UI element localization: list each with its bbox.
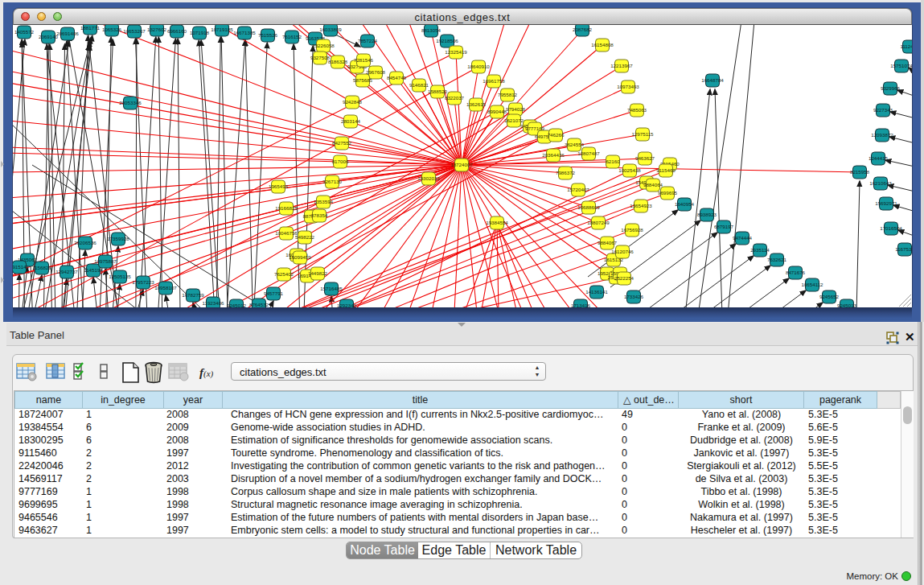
svg-text:9242848: 9242848 [343,99,363,105]
svg-text:8990448: 8990448 [487,109,507,114]
svg-text:9794028: 9794028 [506,106,526,112]
svg-text:10025438: 10025438 [618,167,641,173]
svg-text:1965493: 1965493 [269,183,289,189]
svg-text:12093872: 12093872 [871,132,893,138]
svg-text:9474444: 9474444 [733,235,753,241]
svg-text:(x): (x) [203,369,214,379]
svg-text:16099459: 16099459 [289,254,311,260]
svg-text:12325419: 12325419 [445,49,467,55]
svg-text:10654112: 10654112 [801,282,823,287]
svg-text:19384554: 19384554 [486,220,508,225]
svg-text:16033809: 16033809 [319,27,342,32]
svg-text:8454749: 8454749 [387,75,407,80]
svg-text:8813054: 8813054 [421,27,441,33]
svg-text:7955812: 7955812 [498,92,518,97]
svg-text:2935114: 2935114 [750,247,770,253]
svg-text:746266: 746266 [548,132,565,138]
svg-text:9884064: 9884064 [643,182,663,187]
svg-text:7485063: 7485063 [627,107,647,113]
svg-text:17359928: 17359928 [107,236,129,241]
svg-text:1881771: 1881771 [80,25,101,31]
svg-text:7986372: 7986372 [556,170,576,175]
svg-text:1167534: 1167534 [895,246,912,252]
svg-text:23226058: 23226058 [312,43,335,48]
svg-text:20053346: 20053346 [119,100,142,105]
svg-text:15716485: 15716485 [320,286,343,291]
svg-text:17016504: 17016504 [880,225,902,231]
svg-text:11923406: 11923406 [202,300,224,306]
svg-text:1145194: 1145194 [84,267,103,273]
svg-text:16120746: 16120746 [611,249,634,254]
svg-text:2069140: 2069140 [39,34,59,39]
svg-text:19166825: 19166825 [275,205,298,211]
svg-text:8427552: 8427552 [332,140,352,146]
svg-text:878354: 878354 [311,212,328,218]
svg-text:1156829: 1156829 [32,265,51,270]
svg-text:7857224: 7857224 [358,38,378,43]
svg-text:17957223: 17957223 [132,279,154,285]
svg-text:16210643: 16210643 [869,180,892,186]
svg-text:8322037: 8322037 [445,95,465,101]
svg-text:2087682: 2087682 [573,27,593,32]
svg-text:5498222: 5498222 [295,234,315,240]
svg-text:15751074: 15751074 [890,63,912,68]
svg-text:9227343: 9227343 [873,107,893,113]
svg-text:20206536: 20206536 [74,240,97,245]
svg-text:9463627: 9463627 [635,155,655,161]
svg-text:1588520: 1588520 [428,89,448,94]
svg-text:1065326: 1065326 [102,27,122,32]
svg-text:8186328: 8186328 [328,59,348,64]
svg-text:8938923: 8938923 [697,212,717,217]
svg-text:9327508: 9327508 [310,55,331,60]
svg-text:9457791: 9457791 [264,290,284,296]
svg-text:16756928: 16756928 [621,227,643,233]
svg-text:2967608: 2967608 [366,69,386,75]
svg-text:10688609: 10688609 [577,204,600,210]
svg-text:9245013: 9245013 [837,303,857,307]
svg-text:3267130: 3267130 [322,179,343,184]
svg-text:9245652: 9245652 [819,294,840,299]
svg-text:16648784: 16648784 [701,77,724,83]
svg-text:1244415: 1244415 [869,155,889,161]
svg-text:10719185: 10719185 [211,27,233,32]
svg-text:16671385: 16671385 [233,30,256,35]
svg-text:12975115: 12975115 [631,131,654,137]
svg-text:14136141: 14136141 [585,289,608,295]
svg-text:16961758: 16961758 [483,78,505,84]
svg-text:1362615: 1362615 [466,101,487,107]
svg-text:8215958: 8215958 [850,169,870,175]
svg-text:19218506: 19218506 [436,38,458,43]
svg-text:9146821: 9146821 [409,82,429,88]
svg-text:8764532: 8764532 [249,302,269,307]
svg-text:12213967: 12213967 [610,63,633,68]
svg-text:20691406: 20691406 [56,31,79,36]
svg-text:3624554: 3624554 [565,142,585,147]
svg-text:1353594: 1353594 [314,199,334,204]
svg-text:9245012: 9245012 [227,303,247,307]
svg-text:7616152: 7616152 [282,34,302,39]
svg-text:12505135: 12505135 [109,274,131,279]
svg-text:10958107: 10958107 [154,285,177,290]
svg-text:9329966: 9329966 [881,85,901,91]
svg-text:7281546: 7281546 [354,57,374,63]
svg-text:13654923: 13654923 [630,203,652,208]
svg-text:9884067: 9884067 [598,240,618,245]
svg-text:2522254: 2522254 [614,275,634,281]
svg-text:1449822: 1449822 [308,270,328,276]
svg-text:7625402: 7625402 [274,271,294,277]
svg-text:1733426: 1733426 [624,294,644,299]
svg-text:18807249: 18807249 [587,220,610,225]
svg-text:10653267: 10653267 [123,28,146,34]
svg-text:18640910: 18640910 [467,64,490,69]
svg-text:15720407: 15720407 [567,187,589,192]
svg-text:9115460: 9115460 [656,167,676,173]
svg-text:1640954: 1640954 [675,201,695,207]
svg-text:7515526: 7515526 [258,32,278,38]
svg-text:20364436: 20364436 [542,152,565,158]
svg-text:10975887: 10975887 [94,258,117,264]
svg-text:12942737: 12942737 [55,269,78,274]
svg-text:817006: 817006 [332,159,349,164]
svg-text:8471676: 8471676 [786,270,806,275]
svg-text:18724007: 18724007 [450,162,473,167]
svg-text:9699695: 9699695 [658,190,678,196]
